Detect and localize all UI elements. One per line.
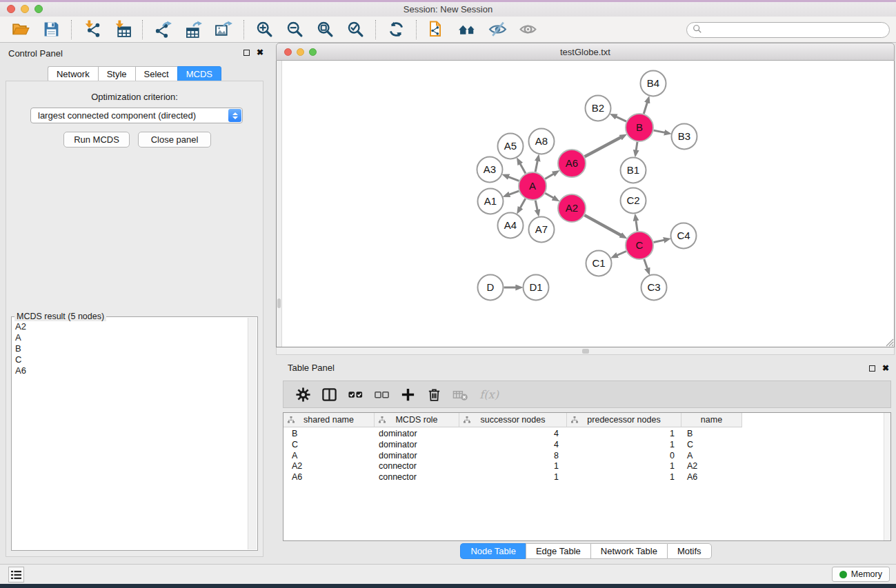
network-horizontal-scrollbar[interactable] xyxy=(276,347,895,355)
save-session-button[interactable] xyxy=(36,18,66,41)
minimize-window-button[interactable] xyxy=(21,5,29,13)
mcds-result-item[interactable]: C xyxy=(12,354,247,365)
export-table-button[interactable] xyxy=(178,18,208,41)
graph-node-C1[interactable]: C1 xyxy=(586,251,612,276)
mcds-result-scrollbar[interactable] xyxy=(248,318,257,549)
graph-edge-B-B3[interactable] xyxy=(654,130,666,132)
split-panel-button[interactable] xyxy=(321,387,337,403)
table-row[interactable]: Adominator80A xyxy=(283,451,890,462)
graph-edge-C-C4[interactable] xyxy=(654,240,665,242)
tab-network-table[interactable]: Network Table xyxy=(590,543,667,559)
graph-node-A8[interactable]: A8 xyxy=(529,129,555,154)
graph-edge-A-A2[interactable] xyxy=(545,193,554,198)
import-table-button[interactable] xyxy=(107,18,137,41)
delete-entry-button[interactable] xyxy=(426,387,442,403)
memory-button[interactable]: Memory xyxy=(832,567,890,582)
zoom-network-button[interactable] xyxy=(309,48,317,56)
minimize-network-button[interactable] xyxy=(297,48,304,56)
export-image-button[interactable] xyxy=(208,18,239,41)
graph-node-C3[interactable]: C3 xyxy=(641,275,667,301)
graph-node-D1[interactable]: D1 xyxy=(524,275,549,301)
graph-node-A3[interactable]: A3 xyxy=(477,157,503,183)
tab-network[interactable]: Network xyxy=(48,66,98,82)
table-scrollbar[interactable] xyxy=(884,413,890,540)
horizontal-scroll-thumb[interactable] xyxy=(582,349,589,354)
close-window-button[interactable] xyxy=(7,5,15,13)
tab-mcds[interactable]: MCDS xyxy=(177,66,221,82)
graph-edge-B-B4[interactable] xyxy=(644,102,647,114)
network-canvas[interactable]: B4B2BB3A8A5A6A3B1AC2A1A2A4A7C4CC1C3DD1 xyxy=(276,61,895,347)
close-panel-button[interactable]: Close panel xyxy=(138,132,211,148)
graph-edge-A2-C[interactable] xyxy=(584,215,621,235)
graph-edge-B-B2[interactable] xyxy=(616,116,626,121)
graph-node-B1[interactable]: B1 xyxy=(621,158,646,183)
graph-edge-A-A8[interactable] xyxy=(535,161,537,172)
tab-motifs[interactable]: Motifs xyxy=(667,543,712,559)
close-network-button[interactable] xyxy=(284,48,292,56)
graph-node-A5[interactable]: A5 xyxy=(498,134,524,159)
graph-edge-A-A4[interactable] xyxy=(520,199,526,208)
zoom-out-button[interactable] xyxy=(279,18,310,41)
column-header-MCDS-role[interactable]: MCDS role xyxy=(375,413,459,427)
graph-edge-C-C1[interactable] xyxy=(617,252,626,256)
zoom-in-button[interactable] xyxy=(249,18,279,41)
graph-node-C2[interactable]: C2 xyxy=(621,188,646,214)
column-header-name[interactable]: name xyxy=(681,413,742,427)
tab-style[interactable]: Style xyxy=(98,66,135,82)
graph-edge-B-B1[interactable] xyxy=(636,142,637,151)
graph-node-D[interactable]: D xyxy=(478,275,504,301)
select-all-checkboxes-button[interactable] xyxy=(348,387,364,403)
optimization-criterion-select[interactable]: largest connected component (directed) xyxy=(30,108,243,123)
tab-node-table[interactable]: Node Table xyxy=(460,543,526,559)
graph-node-B3[interactable]: B3 xyxy=(672,124,697,150)
table-row[interactable]: A6connector11A6 xyxy=(283,472,890,483)
network-window-titlebar[interactable]: testGlobe.txt xyxy=(276,43,895,61)
graph-node-C4[interactable]: C4 xyxy=(671,223,697,249)
deselect-all-checkboxes-button[interactable] xyxy=(374,387,390,403)
close-panel-icon[interactable]: ✖ xyxy=(257,48,263,57)
add-entry-button[interactable] xyxy=(400,387,416,403)
table-row[interactable]: A2connector11A2 xyxy=(283,461,890,472)
graph-edge-A-A1[interactable] xyxy=(509,191,519,194)
hide-selected-button[interactable] xyxy=(482,18,512,41)
mcds-result-item[interactable]: A6 xyxy=(12,365,247,376)
task-history-button[interactable] xyxy=(8,567,24,582)
graph-edge-C-C2[interactable] xyxy=(636,220,637,231)
column-header-successor-nodes[interactable]: successor nodes xyxy=(459,413,567,427)
close-panel-icon[interactable]: ✖ xyxy=(882,364,889,372)
tab-select[interactable]: Select xyxy=(135,66,177,82)
graph-node-B4[interactable]: B4 xyxy=(641,71,666,97)
zoom-selected-button[interactable] xyxy=(340,18,370,41)
open-session-button[interactable] xyxy=(6,18,36,41)
run-mcds-button[interactable]: Run MCDS xyxy=(63,132,130,148)
import-network-button[interactable] xyxy=(77,18,107,41)
graph-edge-A-A6[interactable] xyxy=(545,174,554,179)
table-row[interactable]: Cdominator41C xyxy=(283,440,890,451)
graph-node-A6[interactable]: A6 xyxy=(558,150,586,177)
export-network-button[interactable] xyxy=(148,18,178,41)
graph-node-B[interactable]: B xyxy=(626,114,653,141)
graph-node-A7[interactable]: A7 xyxy=(529,217,555,243)
graph-edge-A6-B[interactable] xyxy=(585,137,621,156)
graph-edge-A-A3[interactable] xyxy=(508,176,519,181)
settings-gear-button[interactable] xyxy=(295,387,311,403)
graph-node-A4[interactable]: A4 xyxy=(498,213,524,239)
graph-edge-A-A7[interactable] xyxy=(535,201,537,211)
float-panel-icon[interactable] xyxy=(243,50,250,56)
new-network-from-selection-button[interactable] xyxy=(421,18,452,41)
network-vertical-scrollbar[interactable] xyxy=(277,61,282,347)
refresh-button[interactable] xyxy=(381,18,411,41)
first-neighbors-button[interactable] xyxy=(452,18,482,41)
graph-node-A2[interactable]: A2 xyxy=(558,194,586,222)
column-header-predecessor-nodes[interactable]: predecessor nodes xyxy=(567,413,681,427)
graph-node-B2[interactable]: B2 xyxy=(586,96,611,121)
graph-edge-A-A5[interactable] xyxy=(520,163,526,174)
search-box[interactable] xyxy=(686,22,890,38)
mcds-result-item[interactable]: A2 xyxy=(12,321,247,332)
graph-node-A1[interactable]: A1 xyxy=(478,189,504,214)
table-row[interactable]: Bdominator41B xyxy=(283,429,890,440)
graph-node-C[interactable]: C xyxy=(626,232,653,259)
float-panel-icon[interactable] xyxy=(869,365,875,372)
column-header-shared-name[interactable]: shared name xyxy=(283,413,375,427)
graph-node-A[interactable]: A xyxy=(519,172,546,200)
